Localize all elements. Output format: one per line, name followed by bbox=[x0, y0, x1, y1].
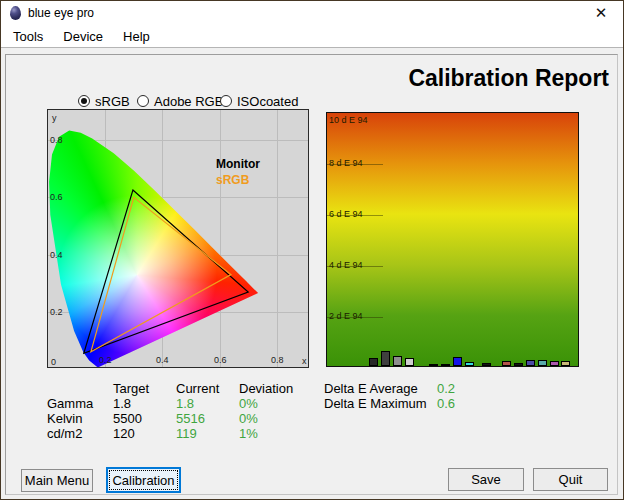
col-header-current: Current bbox=[176, 381, 239, 396]
delta-e-bar bbox=[429, 364, 438, 366]
title-bar: blue eye pro ✕ bbox=[1, 1, 623, 25]
delta-e-maximum-value: 0.6 bbox=[437, 396, 497, 411]
delta-e-bar bbox=[482, 363, 491, 366]
cie-chromaticity-chart: 0.20.20.40.40.60.60.80.80yx MonitorsRGB bbox=[47, 109, 309, 368]
gamma-deviation: 0% bbox=[239, 396, 309, 411]
menu-item-device[interactable]: Device bbox=[53, 26, 113, 47]
delta-e-bar bbox=[550, 361, 559, 366]
page-title: Calibration Report bbox=[331, 65, 609, 92]
radio-srgb[interactable]: sRGB bbox=[78, 93, 130, 109]
delta-tick-label: 4 d E 94 bbox=[329, 260, 363, 270]
row-label-luminance: cd/m2 bbox=[47, 426, 113, 441]
delta-e-bar bbox=[405, 358, 414, 366]
delta-e-bar bbox=[465, 362, 474, 366]
delta-e-summary: Delta E Average 0.2 Delta E Maximum 0.6 bbox=[324, 381, 497, 411]
quit-button[interactable]: Quit bbox=[533, 468, 608, 491]
delta-e-bar bbox=[441, 364, 450, 366]
row-label-gamma: Gamma bbox=[47, 396, 113, 411]
gamut-triangles bbox=[48, 110, 310, 369]
radio-circle-icon[interactable] bbox=[220, 95, 232, 107]
gamma-current: 1.8 bbox=[176, 396, 239, 411]
luminance-current: 119 bbox=[176, 426, 239, 441]
gamut-triangle-monitor bbox=[84, 190, 248, 353]
gamma-target: 1.8 bbox=[113, 396, 176, 411]
delta-tick-label: 6 d E 94 bbox=[329, 209, 363, 219]
luminance-target: 120 bbox=[113, 426, 176, 441]
kelvin-target: 5500 bbox=[113, 411, 176, 426]
app-icon bbox=[10, 6, 21, 20]
delta-e-bar bbox=[538, 360, 547, 366]
table-corner bbox=[47, 381, 113, 396]
window-title: blue eye pro bbox=[28, 6, 94, 20]
delta-e-bar bbox=[453, 357, 462, 366]
kelvin-current: 5516 bbox=[176, 411, 239, 426]
legend-srgb: sRGB bbox=[216, 173, 249, 187]
results-table: Target Current Deviation Gamma 1.8 1.8 0… bbox=[47, 381, 309, 441]
gamut-triangle-srgb bbox=[91, 197, 231, 351]
radio-isocoated[interactable]: ISOcoated bbox=[220, 93, 298, 109]
luminance-deviation: 1% bbox=[239, 426, 309, 441]
delta-e-chart: 10 d E 948 d E 946 d E 944 d E 942 d E 9… bbox=[326, 112, 579, 367]
radio-circle-icon[interactable] bbox=[78, 95, 90, 107]
delta-e-bar bbox=[502, 361, 511, 366]
delta-e-maximum-label: Delta E Maximum bbox=[324, 396, 437, 411]
close-icon[interactable]: ✕ bbox=[585, 2, 617, 24]
delta-tick-label: 10 d E 94 bbox=[329, 115, 368, 125]
delta-e-bar bbox=[526, 360, 535, 366]
col-header-deviation: Deviation bbox=[239, 381, 309, 396]
app-window: blue eye pro ✕ Tools Device Help sRGBAdo… bbox=[0, 0, 624, 500]
menu-item-help[interactable]: Help bbox=[113, 26, 160, 47]
main-menu-button[interactable]: Main Menu bbox=[21, 469, 93, 492]
delta-e-average-value: 0.2 bbox=[437, 381, 497, 396]
save-button[interactable]: Save bbox=[448, 468, 524, 491]
menu-item-tools[interactable]: Tools bbox=[3, 26, 53, 47]
delta-tick-label: 2 d E 94 bbox=[329, 311, 363, 321]
delta-e-average-label: Delta E Average bbox=[324, 381, 437, 396]
radio-circle-icon[interactable] bbox=[137, 95, 149, 107]
calibration-button[interactable]: Calibration bbox=[106, 467, 181, 493]
radio-label: ISOcoated bbox=[237, 94, 298, 109]
delta-e-bar bbox=[381, 351, 390, 366]
col-header-target: Target bbox=[113, 381, 176, 396]
delta-e-bar bbox=[561, 361, 570, 366]
delta-e-bar bbox=[369, 358, 378, 366]
menu-bar: Tools Device Help bbox=[1, 25, 623, 48]
delta-e-bar bbox=[514, 363, 523, 366]
row-label-kelvin: Kelvin bbox=[47, 411, 113, 426]
delta-tick-label: 8 d E 94 bbox=[329, 158, 363, 168]
kelvin-deviation: 0% bbox=[239, 411, 309, 426]
radio-label: Adobe RGB bbox=[154, 94, 223, 109]
radio-label: sRGB bbox=[95, 94, 130, 109]
legend-monitor: Monitor bbox=[216, 157, 260, 171]
delta-e-bar bbox=[393, 356, 402, 366]
radio-adobe-rgb[interactable]: Adobe RGB bbox=[137, 93, 223, 109]
